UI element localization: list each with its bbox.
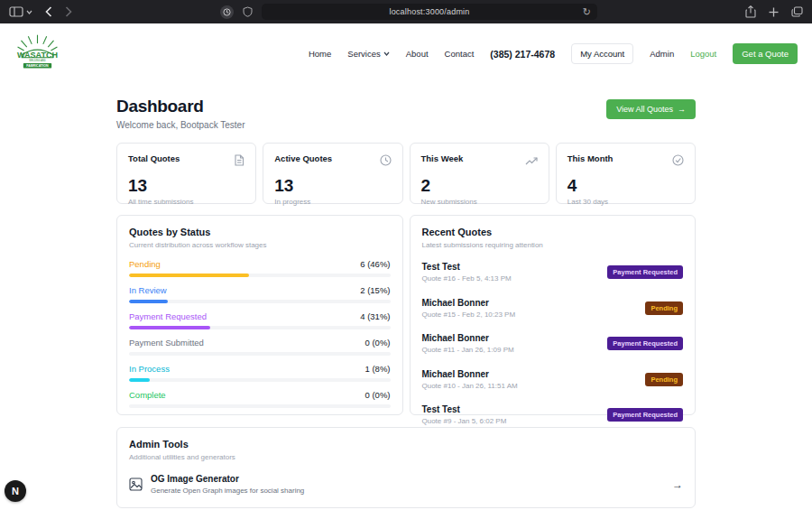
recent-quote-row[interactable]: Michael Bonner Quote #11 - Jan 26, 1:09 …	[422, 326, 684, 362]
recent-quote-row[interactable]: Michael Bonner Quote #15 - Feb 2, 10:23 …	[422, 291, 684, 327]
nav-link[interactable]: Contact	[445, 49, 475, 59]
sidebar-toggle-icon[interactable]	[9, 6, 32, 17]
status-badge: Payment Requested	[607, 337, 683, 350]
status-label: In Process	[129, 364, 170, 374]
stat-sublabel: Last 30 days	[567, 198, 684, 206]
status-label: In Review	[129, 285, 167, 295]
nav-link[interactable]: Home	[309, 49, 331, 59]
status-progress-track	[129, 274, 391, 277]
back-button-icon[interactable]	[45, 6, 52, 17]
stat-value: 4	[567, 177, 684, 194]
share-icon[interactable]	[745, 5, 756, 18]
quote-customer-name: Michael Bonner	[422, 369, 518, 379]
stat-sublabel: New submissions	[421, 198, 538, 206]
recent-panel-subtitle: Latest submissions requiring attention	[422, 241, 684, 249]
site-header: WASATCH WELDING AND FABRICATION Home Ser…	[0, 23, 812, 82]
recent-quote-row[interactable]: Michael Bonner Quote #10 - Jan 26, 11:51…	[422, 362, 684, 398]
site-logo[interactable]: WASATCH WELDING AND FABRICATION	[16, 31, 59, 77]
nextjs-dev-indicator[interactable]: N	[5, 480, 26, 502]
status-row: In Review 2 (15%)	[129, 285, 391, 303]
stat-value: 2	[421, 177, 538, 194]
recent-quotes-panel: Recent Quotes Latest submissions requiri…	[410, 215, 697, 415]
recent-quote-row[interactable]: Test Test Quote #16 - Feb 5, 4:13 PM Pay…	[422, 255, 684, 291]
status-row: Pending 6 (46%)	[129, 259, 391, 277]
forward-button-icon[interactable]	[65, 6, 72, 17]
stat-label: This Week	[421, 153, 464, 163]
stat-sublabel: In progress	[274, 198, 391, 206]
status-row: In Process 1 (8%)	[129, 364, 391, 382]
clock-icon	[380, 154, 392, 166]
nav-link[interactable]: About	[406, 49, 429, 59]
address-bar[interactable]: localhost:3000/admin ↻	[262, 4, 597, 20]
page-subtitle: Welcome back, Bootpack Tester	[116, 120, 245, 130]
status-label: Complete	[129, 390, 166, 400]
stat-card: This Week 2 New submissions	[410, 143, 549, 204]
status-value: 1 (8%)	[365, 364, 391, 374]
quote-meta: Quote #10 - Jan 26, 11:51 AM	[422, 382, 518, 390]
status-panel-subtitle: Current distribution across workflow sta…	[129, 241, 391, 249]
stat-sublabel: All time submissions	[128, 198, 245, 206]
get-a-quote-button[interactable]: Get a Quote	[733, 43, 798, 64]
status-row: Complete 0 (0%)	[129, 390, 391, 408]
chevron-down-icon	[383, 51, 390, 56]
tool-description: Generate Open Graph images for social sh…	[151, 487, 304, 495]
trending-up-icon	[525, 156, 538, 166]
status-label: Payment Submitted	[129, 338, 204, 348]
arrow-right-icon: →	[678, 105, 686, 114]
status-progress-track	[129, 404, 391, 408]
nav-link[interactable]: Services	[347, 49, 389, 59]
stat-card: Active Quotes 13 In progress	[263, 143, 402, 204]
quotes-by-status-panel: Quotes by Status Current distribution ac…	[116, 215, 403, 415]
nav-admin-link[interactable]: Admin	[650, 49, 674, 59]
status-value: 6 (46%)	[360, 259, 390, 269]
browser-chrome: localhost:3000/admin ↻	[0, 0, 812, 23]
tool-row-og-image-generator[interactable]: OG Image Generator Generate Open Graph i…	[129, 474, 683, 495]
status-value: 4 (31%)	[360, 311, 390, 321]
status-label: Payment Requested	[129, 311, 207, 321]
nav-phone[interactable]: (385) 217-4678	[490, 49, 555, 60]
quote-meta: Quote #9 - Jan 5, 6:02 PM	[422, 417, 507, 425]
top-navigation: Home Services About Contact (38	[309, 43, 798, 64]
recent-panel-title: Recent Quotes	[422, 227, 684, 237]
nav-logout-link[interactable]: Logout	[690, 49, 716, 59]
status-badge: Payment Requested	[607, 265, 683, 279]
admin-tools-panel: Admin Tools Additional utilities and gen…	[116, 427, 696, 508]
quote-meta: Quote #11 - Jan 26, 1:09 PM	[422, 346, 514, 354]
svg-text:WASATCH: WASATCH	[17, 51, 58, 60]
stats-grid: Total Quotes 13 All time submissions Act…	[116, 143, 696, 204]
status-row: Payment Requested 4 (31%)	[129, 311, 391, 329]
stat-card: This Month 4 Last 30 days	[556, 143, 696, 204]
status-panel-title: Quotes by Status	[129, 227, 391, 237]
logo-mid-text: WELDING AND	[29, 59, 46, 62]
stat-label: This Month	[567, 153, 614, 163]
status-label: Pending	[129, 259, 161, 269]
status-badge: Pending	[645, 373, 683, 386]
reload-icon[interactable]: ↻	[583, 6, 591, 17]
admin-tools-title: Admin Tools	[129, 439, 683, 450]
tab-overview-icon[interactable]	[791, 6, 803, 17]
extension-clock-icon[interactable]	[220, 5, 234, 19]
status-value: 0 (0%)	[365, 390, 391, 400]
recent-quote-row[interactable]: Test Test Quote #9 - Jan 5, 6:02 PM Paym…	[422, 397, 684, 433]
my-account-button[interactable]: My Account	[571, 43, 633, 64]
svg-text:FABRICATION: FABRICATION	[26, 64, 49, 68]
status-progress-fill	[129, 378, 150, 382]
quote-customer-name: Michael Bonner	[422, 298, 516, 308]
status-value: 0 (0%)	[365, 338, 391, 348]
shield-icon[interactable]	[243, 6, 253, 17]
admin-tools-subtitle: Additional utilities and generators	[129, 453, 683, 461]
new-tab-icon[interactable]	[769, 7, 779, 17]
address-url: localhost:3000/admin	[389, 7, 469, 16]
quote-customer-name: Michael Bonner	[422, 333, 514, 343]
status-value: 2 (15%)	[360, 285, 390, 295]
quote-customer-name: Test Test	[422, 262, 512, 272]
arrow-right-icon: →	[672, 478, 683, 491]
status-progress-track	[129, 326, 391, 329]
status-progress-track	[129, 378, 391, 382]
quote-customer-name: Test Test	[422, 404, 507, 414]
document-icon	[234, 154, 245, 166]
status-progress-track	[129, 300, 391, 303]
view-all-quotes-button[interactable]: View All Quotes →	[606, 99, 696, 119]
stat-value: 13	[128, 177, 245, 194]
status-badge: Pending	[645, 301, 683, 315]
